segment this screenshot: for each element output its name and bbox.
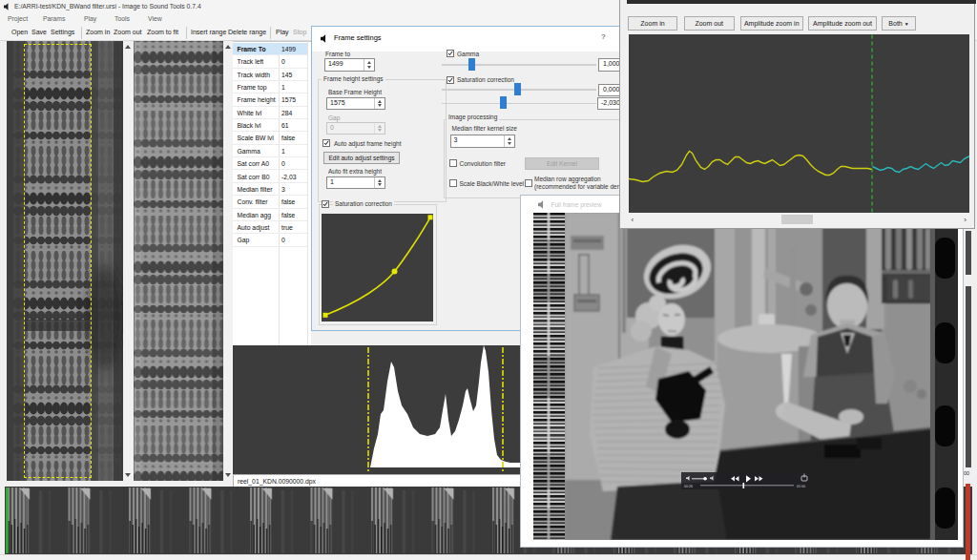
svg-text:00:26: 00:26	[684, 484, 693, 487]
svg-text:01:00: 01:00	[797, 484, 805, 487]
